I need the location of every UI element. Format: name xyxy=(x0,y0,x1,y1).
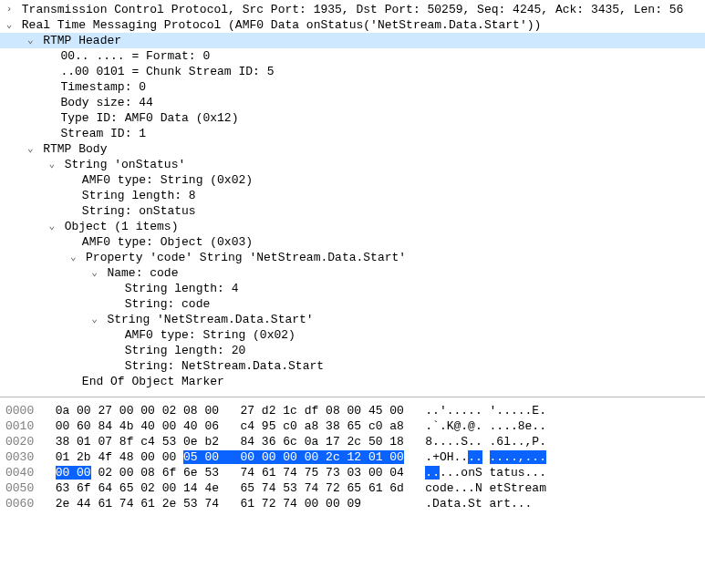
tcp-row[interactable]: › Transmission Control Protocol, Src Por… xyxy=(0,2,705,17)
hex-offset: 0010 xyxy=(5,419,34,433)
chevron-down-icon[interactable]: ⌄ xyxy=(47,219,57,234)
field-amf-type[interactable]: AMF0 type: String (0x02) xyxy=(0,172,705,188)
hex-offset: 0000 xyxy=(5,404,34,418)
tcp-summary: Transmission Control Protocol, Src Port:… xyxy=(22,2,684,17)
field-timestamp[interactable]: Timestamp: 0 xyxy=(0,79,705,95)
string-netstream-row[interactable]: ⌄ String 'NetStream.Data.Start' xyxy=(0,312,705,327)
rtmp-row[interactable]: ⌄ Real Time Messaging Protocol (AMF0 Dat… xyxy=(0,17,705,33)
hex-row[interactable]: 0050 63 6f 64 65 02 00 14 4e 65 74 53 74… xyxy=(0,480,705,496)
field-amf-type-2[interactable]: AMF0 type: String (0x02) xyxy=(0,327,705,343)
field-csid[interactable]: ..00 0101 = Chunk Stream ID: 5 xyxy=(0,64,705,79)
field-format[interactable]: 00.. .... = Format: 0 xyxy=(0,48,705,64)
hex-dump-pane: 0000 0a 00 27 00 00 02 08 00 27 d2 1c df… xyxy=(0,397,705,517)
object-row[interactable]: ⌄ Object (1 items) xyxy=(0,219,705,234)
field-type-id[interactable]: Type ID: AMF0 Data (0x12) xyxy=(0,110,705,126)
chevron-down-icon[interactable]: ⌄ xyxy=(67,250,78,265)
field-name-len[interactable]: String length: 4 xyxy=(0,281,705,296)
chevron-down-icon[interactable]: ⌄ xyxy=(89,265,100,281)
hex-row[interactable]: 0030 01 2b 4f 48 00 00 05 00 00 00 00 00… xyxy=(0,449,705,465)
chevron-down-icon[interactable]: ⌄ xyxy=(4,17,15,33)
hex-selected: 05 00 xyxy=(183,450,219,464)
field-str-len-2[interactable]: String length: 20 xyxy=(0,343,705,358)
hex-row[interactable]: 0060 2e 44 61 74 61 2e 53 74 61 72 74 00… xyxy=(0,496,705,511)
chevron-down-icon[interactable]: ⌄ xyxy=(25,141,36,157)
rtmp-summary: Real Time Messaging Protocol (AMF0 Data … xyxy=(22,17,542,33)
string-onstatus-row[interactable]: ⌄ String 'onStatus' xyxy=(0,157,705,172)
chevron-down-icon[interactable]: ⌄ xyxy=(47,157,57,172)
hex-offset: 0030 xyxy=(5,450,34,464)
name-row[interactable]: ⌄ Name: code xyxy=(0,265,705,281)
end-of-object[interactable]: End Of Object Marker xyxy=(0,374,705,389)
hex-selected: 00 00 00 00 2c 12 01 00 xyxy=(240,450,403,464)
hex-offset: 0040 xyxy=(5,466,34,480)
field-body-size[interactable]: Body size: 44 xyxy=(0,95,705,110)
rtmp-header-row[interactable]: ⌄ RTMP Header xyxy=(0,33,705,48)
hex-selected: 00 00 xyxy=(56,466,91,480)
field-str-val-2[interactable]: String: NetStream.Data.Start xyxy=(0,358,705,374)
field-obj-amf[interactable]: AMF0 type: Object (0x03) xyxy=(0,234,705,250)
hex-offset: 0060 xyxy=(5,497,34,511)
field-name-val[interactable]: String: code xyxy=(0,296,705,312)
rtmp-body-row[interactable]: ⌄ RTMP Body xyxy=(0,141,705,157)
property-row[interactable]: ⌄ Property 'code' String 'NetStream.Data… xyxy=(0,250,705,265)
hex-offset: 0050 xyxy=(5,481,34,495)
rtmp-header-label: RTMP Header xyxy=(43,33,121,48)
hex-offset: 0020 xyxy=(5,435,34,449)
hex-row[interactable]: 0020 38 01 07 8f c4 53 0e b2 84 36 6c 0a… xyxy=(0,434,705,449)
packet-details-tree: › Transmission Control Protocol, Src Por… xyxy=(0,0,705,397)
hex-row[interactable]: 0040 00 00 02 00 08 6f 6e 53 74 61 74 75… xyxy=(0,465,705,480)
rtmp-body-label: RTMP Body xyxy=(43,141,107,157)
field-str-len[interactable]: String length: 8 xyxy=(0,188,705,203)
hex-row[interactable]: 0000 0a 00 27 00 00 02 08 00 27 d2 1c df… xyxy=(0,403,705,418)
field-stream-id[interactable]: Stream ID: 1 xyxy=(0,126,705,141)
field-str-val[interactable]: String: onStatus xyxy=(0,203,705,219)
chevron-down-icon[interactable]: ⌄ xyxy=(25,33,36,48)
chevron-right-icon[interactable]: › xyxy=(4,2,15,17)
chevron-down-icon[interactable]: ⌄ xyxy=(89,312,100,327)
hex-row[interactable]: 0010 00 60 84 4b 40 00 40 06 c4 95 c0 a8… xyxy=(0,418,705,434)
